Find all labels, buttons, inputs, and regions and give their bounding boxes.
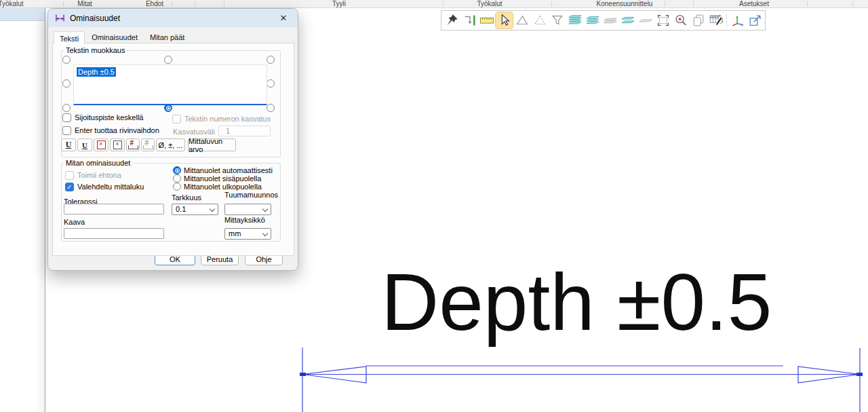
checkbox-placement-center[interactable] xyxy=(62,113,71,122)
select-area-icon[interactable] xyxy=(654,12,671,29)
dimension-value-button[interactable]: Mittaluvun arvo xyxy=(188,138,236,151)
radio-arrows-outside[interactable] xyxy=(173,183,181,191)
select-cursor-icon[interactable] xyxy=(496,12,513,29)
dialog-title: Ominaisuudet xyxy=(70,14,120,23)
precision-select[interactable]: 0.1 xyxy=(172,204,218,215)
checkbox-acts-as-condition-label: Toimii ehtona xyxy=(77,171,121,180)
selected-text: Depth ±0.5 xyxy=(77,67,116,77)
menu-separator xyxy=(551,1,552,7)
checkbox-fake-dimension-label: Valehdeltu mittaluku xyxy=(77,183,144,191)
main-toolbar xyxy=(441,10,766,31)
layers-flat-gray-icon[interactable] xyxy=(601,12,618,29)
boxed-text-button[interactable]: × xyxy=(110,138,125,151)
tab-ominaisuudet[interactable]: Ominaisuudet xyxy=(86,31,143,43)
checkbox-number-growth[interactable] xyxy=(172,115,181,124)
growth-interval-input[interactable]: 1 xyxy=(218,126,271,136)
menu-ehdot[interactable]: Ehdot xyxy=(146,0,163,7)
checkbox-fake-dimension[interactable]: ✓ xyxy=(65,183,74,191)
menubar: Työkalut Mitat Ehdot Tyyli Työkalut Kone… xyxy=(0,0,868,8)
inch-conversion-select[interactable] xyxy=(224,204,271,215)
checkbox-enter-newline[interactable] xyxy=(62,126,71,135)
anchor-radio-middle-right[interactable] xyxy=(267,79,275,88)
menu-separator xyxy=(852,1,853,7)
anchor-radio-bottom-left[interactable] xyxy=(62,104,71,112)
polygon-dashed-icon[interactable] xyxy=(531,12,548,29)
underline-button[interactable]: U xyxy=(61,138,76,151)
underline2-button[interactable]: U xyxy=(77,138,92,151)
tolerance-input[interactable] xyxy=(64,204,164,214)
dimension-text-editor[interactable]: Depth ±0.5 xyxy=(73,64,267,105)
chevron-down-icon xyxy=(262,231,268,236)
dimension-text[interactable]: Depth ±0.5 xyxy=(381,262,772,342)
menu-separator xyxy=(172,1,172,7)
side-panel-header[interactable] xyxy=(0,8,45,21)
text-edit-group-legend: Tekstin muokkaus xyxy=(64,46,127,54)
layers-stack-icon[interactable] xyxy=(566,12,583,29)
polygon-icon[interactable] xyxy=(513,12,530,29)
chevron-down-icon xyxy=(262,206,268,212)
export-view-icon[interactable] xyxy=(747,12,764,29)
tab-mitan-paat[interactable]: Mitan päät xyxy=(144,31,190,43)
unit-value: mm xyxy=(229,229,241,238)
copy-page-icon[interactable] xyxy=(690,12,707,29)
pin-icon[interactable] xyxy=(443,12,460,29)
dimension-icon xyxy=(55,14,65,22)
precision-label: Tarkkuus xyxy=(172,193,201,202)
menu-separator xyxy=(195,1,195,7)
menu-koneensuunnittelu[interactable]: Koneensuunnittelu xyxy=(597,0,653,7)
coordinate-axes-icon[interactable] xyxy=(729,12,746,29)
checkbox-acts-as-condition[interactable] xyxy=(65,171,74,180)
dialog-tabs: Teksti Ominaisuudet Mitan päät xyxy=(54,31,191,43)
tab-teksti[interactable]: Teksti xyxy=(54,31,85,44)
side-panel-body[interactable] xyxy=(0,21,45,412)
anchor-radio-top-left[interactable] xyxy=(62,56,71,64)
underline2-glyph: U xyxy=(82,141,87,149)
side-panel xyxy=(0,8,45,412)
table-pick-icon[interactable] xyxy=(707,12,724,29)
dim-number-gray-button[interactable]: # xyxy=(141,138,155,151)
layers-flat-teal-icon[interactable] xyxy=(619,12,636,29)
radio-arrows-inside[interactable] xyxy=(173,174,181,183)
menu-tyokalut-left[interactable]: Työkalut xyxy=(0,0,24,7)
checkbox-placement-center-label: Sijoituspiste keskellä xyxy=(75,113,144,122)
measure-path-icon[interactable] xyxy=(460,12,477,29)
menu-mitat[interactable]: Mitat xyxy=(77,0,92,7)
menu-asetukset[interactable]: Asetukset xyxy=(739,0,769,7)
menu-separator xyxy=(693,1,694,7)
dialog-titlebar[interactable]: Ominaisuudet xyxy=(48,9,298,27)
layer-thin-icon[interactable] xyxy=(637,12,654,29)
menu-separator xyxy=(224,1,224,7)
tab-page-teksti: Tekstin muokkaus Depth ±0.5 Sijoituspist… xyxy=(52,43,294,256)
boxed-x-red-glyph: × xyxy=(97,141,106,149)
chevron-down-icon xyxy=(210,206,215,212)
close-icon[interactable]: ✕ xyxy=(277,12,290,24)
toolbar-separator xyxy=(726,14,727,27)
formula-label: Kaava xyxy=(64,218,85,227)
properties-dialog: Ominaisuudet ✕ Teksti Ominaisuudet Mitan… xyxy=(47,8,298,271)
layers-shift-icon[interactable] xyxy=(584,12,601,29)
filter-icon[interactable] xyxy=(549,12,566,29)
anchor-radio-middle-left[interactable] xyxy=(62,79,71,88)
dim-hash-gray-icon: # xyxy=(143,141,153,150)
dim-number-red-button[interactable]: # xyxy=(126,138,140,151)
zoom-in-icon[interactable] xyxy=(672,12,689,29)
boxed-text-red-button[interactable]: × xyxy=(94,138,108,151)
dim-hash-red-icon: # xyxy=(128,141,138,150)
underline-glyph: U xyxy=(66,140,72,150)
inch-conversion-label: Tuumamuunnos xyxy=(224,191,278,200)
application-window: Työkalut Mitat Ehdot Tyyli Työkalut Kone… xyxy=(0,0,868,412)
unit-select[interactable]: mm xyxy=(224,228,271,240)
menu-tyyli[interactable]: Tyyli xyxy=(332,0,346,7)
dimension-properties-legend: Mitan ominaisuudet xyxy=(64,159,132,167)
symbols-button[interactable]: Ø, ±, ... xyxy=(156,138,185,151)
menu-tyokalut-right[interactable]: Työkalut xyxy=(477,0,502,7)
anchor-radio-top-center[interactable] xyxy=(164,56,172,64)
radio-arrows-automatic[interactable] xyxy=(173,166,181,174)
ruler-icon[interactable] xyxy=(478,12,495,29)
formula-input[interactable] xyxy=(64,228,164,239)
checkbox-number-growth-label: Tekstin numeron kasvatus xyxy=(184,115,271,124)
anchor-radio-top-right[interactable] xyxy=(267,56,275,64)
checkbox-enter-newline-label: Enter tuottaa rivinvaihdon xyxy=(75,126,159,135)
anchor-radio-bottom-right[interactable] xyxy=(267,104,275,112)
boxed-x-glyph: × xyxy=(113,141,122,149)
